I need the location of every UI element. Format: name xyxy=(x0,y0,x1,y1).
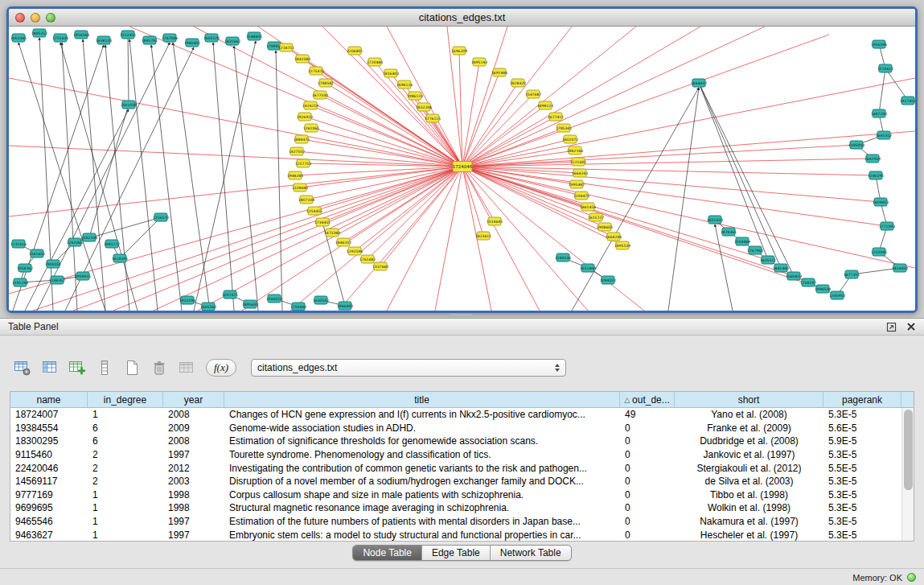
tab-network-table[interactable]: Network Table xyxy=(491,546,571,560)
graph-edge xyxy=(234,46,258,311)
select-columns-button[interactable] xyxy=(39,356,61,379)
cell-short: Franke et al. (2009) xyxy=(675,422,823,434)
graph-node-label: 1895600 xyxy=(242,303,258,307)
graph-node-label: 1885252 xyxy=(31,31,47,35)
table-mode-button[interactable] xyxy=(11,356,34,379)
close-window-button[interactable] xyxy=(15,13,25,23)
graph-node-label: 1816403 xyxy=(383,72,399,76)
function-builder-button[interactable]: f(x) xyxy=(206,359,236,377)
graph-node-label: 1956596 xyxy=(871,43,887,47)
graph-node-label: 1677411 xyxy=(548,115,564,119)
graph-node-label: 1898123 xyxy=(537,104,553,108)
graph-edge xyxy=(322,27,462,167)
graph-node-label: 1337660 xyxy=(372,265,388,269)
tab-node-table[interactable]: Node Table xyxy=(353,546,422,560)
tab-edge-table[interactable]: Edge Table xyxy=(422,546,491,560)
graph-node-label: 1720484 xyxy=(367,60,383,64)
graph-node-label: 1275470 xyxy=(308,69,324,73)
cell-name: 9463627 xyxy=(10,529,88,541)
graph-node-label: 1094022 xyxy=(600,278,616,282)
graph-node-label: 1959015 xyxy=(75,274,91,278)
graph-node-label: 1755430 xyxy=(52,36,68,40)
graph-node-label: 1595000 xyxy=(848,143,864,147)
table-row[interactable]: 946362711997Embryonic stem cells: a mode… xyxy=(10,528,901,541)
window-title: citations_edges.txt xyxy=(9,11,915,23)
scrollbar-thumb[interactable] xyxy=(904,410,913,490)
column-header-short[interactable]: short xyxy=(675,392,823,407)
node-table: namein_degreeyeartitle△out_de...shortpag… xyxy=(10,391,914,542)
graph-edge xyxy=(462,117,556,167)
table-row[interactable]: 1830029562008Estimation of significance … xyxy=(10,435,901,448)
graph-node-label: 1747046 xyxy=(162,36,178,40)
graph-edge xyxy=(113,167,462,311)
row-tools-button[interactable] xyxy=(93,356,116,379)
graph-node-label: 1905051 xyxy=(45,262,61,266)
cell-name: 18724007 xyxy=(10,409,88,420)
graph-node-label: 1861454 xyxy=(580,205,596,209)
column-header-out_degree[interactable]: △out_de... xyxy=(620,392,675,407)
import-table-button[interactable] xyxy=(175,356,198,379)
graph-node-label: 1927451 xyxy=(900,99,915,103)
graph-node-label: 1807108 xyxy=(298,198,314,202)
table-row[interactable]: 2242004622012Investigating the contribut… xyxy=(10,461,901,475)
cell-in_degree: 2 xyxy=(88,449,163,460)
cell-in_degree: 2 xyxy=(88,463,163,474)
table-row[interactable]: 1456911722003Disruption of a novel membe… xyxy=(10,475,901,488)
cell-pagerank: 5.3E-5 xyxy=(823,476,901,487)
graph-edge xyxy=(368,167,462,259)
graph-edge xyxy=(355,167,462,251)
table-tabs: Node TableEdge TableNetwork Table xyxy=(352,545,571,561)
delete-table-button[interactable] xyxy=(148,356,170,379)
splitter-handle[interactable] xyxy=(450,314,473,317)
graph-node-label: 1547687 xyxy=(525,93,541,97)
cell-in_degree: 6 xyxy=(88,422,163,434)
column-header-name[interactable]: name xyxy=(10,392,88,407)
new-table-button[interactable] xyxy=(121,356,143,379)
graph-node-label: 1895791 xyxy=(142,39,158,43)
network-canvas[interactable]: 2061045188525217554301956568163812015124… xyxy=(9,27,915,311)
network-selector[interactable]: citations_edges.txt xyxy=(251,359,566,377)
graph-node-label: 1966440 xyxy=(337,304,353,308)
status-bar: Memory: OK xyxy=(0,568,924,585)
graph-edge xyxy=(879,68,885,113)
table-tabs-bar: Node TableEdge TableNetwork Table xyxy=(0,545,924,561)
cell-name: 9465546 xyxy=(10,516,88,527)
graph-node-label: 1878361 xyxy=(721,230,737,234)
graph-node-label: 1832208 xyxy=(416,105,432,109)
column-header-in_degree[interactable]: in_degree xyxy=(88,392,163,407)
table-row[interactable]: 969969511998Structural magnetic resonanc… xyxy=(10,501,901,515)
graph-edge xyxy=(9,146,462,167)
table-row[interactable]: 1938455462009Genome-wide association stu… xyxy=(10,422,901,435)
graph-node-label: 1895143 xyxy=(471,60,487,64)
float-panel-icon[interactable] xyxy=(886,322,897,332)
graph-node-label: 1638120 xyxy=(96,39,112,43)
window-titlebar[interactable]: citations_edges.txt xyxy=(9,9,915,27)
zoom-window-button[interactable] xyxy=(46,13,55,23)
network-graph-svg[interactable]: 2061045188525217554301956568163812015124… xyxy=(9,27,915,311)
cell-pagerank: 5.6E-5 xyxy=(823,422,901,434)
cell-in_degree: 1 xyxy=(88,489,163,501)
table-toolbar: f(x) citations_edges.txt xyxy=(11,355,566,381)
table-row[interactable]: 1872400712008Changes of HCN gene express… xyxy=(10,408,901,422)
table-row[interactable]: 946554611997Estimation of the future num… xyxy=(10,515,901,529)
close-panel-icon[interactable] xyxy=(906,322,916,332)
cell-year: 2008 xyxy=(163,435,224,447)
graph-edge xyxy=(462,27,765,167)
graph-edge xyxy=(303,163,462,167)
column-header-year[interactable]: year xyxy=(163,392,224,407)
create-column-button[interactable] xyxy=(66,356,88,379)
graph-node-label: 1831662 xyxy=(224,39,240,43)
graph-node-label: 2061045 xyxy=(10,36,27,40)
combo-arrows-icon xyxy=(555,364,560,372)
graph-node-label: 1424219 xyxy=(302,104,318,108)
cell-year: 1997 xyxy=(163,449,224,460)
table-row[interactable]: 977716911998Corpus callosum shape and si… xyxy=(10,488,901,502)
graph-node-label: 1131616 xyxy=(10,242,27,246)
minimize-window-button[interactable] xyxy=(31,13,40,23)
graph-node-label: 1512455 xyxy=(120,33,136,37)
table-add-column-icon xyxy=(68,359,87,377)
table-row[interactable]: 911546021997Tourette syndrome. Phenomeno… xyxy=(10,448,901,462)
column-header-title[interactable]: title xyxy=(224,392,620,407)
column-header-pagerank[interactable]: pagerank xyxy=(823,392,901,407)
graph-node-label: 1261065 xyxy=(303,126,319,130)
